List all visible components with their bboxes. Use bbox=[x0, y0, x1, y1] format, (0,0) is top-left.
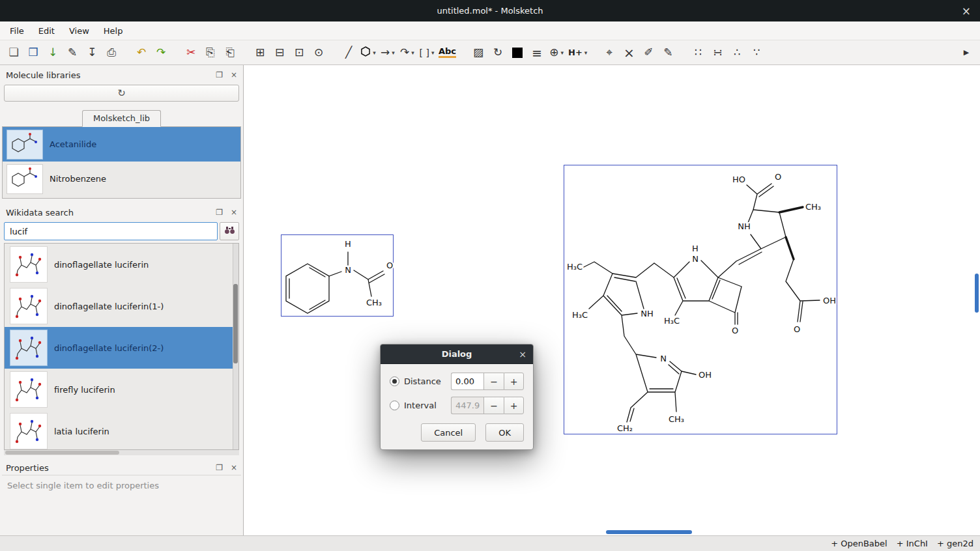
arrow-tool-button[interactable]: → ▾ bbox=[378, 43, 397, 63]
ok-button[interactable]: OK bbox=[485, 423, 524, 442]
atom-label: N bbox=[692, 254, 699, 264]
charge-tool-button[interactable]: ⊕ ▾ bbox=[547, 43, 566, 63]
status-inchi: + InChI bbox=[897, 539, 928, 548]
library-item[interactable]: Acetanilide bbox=[3, 127, 240, 162]
window-close-icon[interactable]: × bbox=[962, 0, 971, 21]
atom-label: O bbox=[732, 326, 738, 335]
refresh-library-button[interactable]: ↻ bbox=[4, 85, 239, 102]
save-button[interactable]: ↓ bbox=[43, 43, 63, 63]
flip-horizontal-button[interactable]: ✐ bbox=[639, 43, 658, 63]
close-dock-icon[interactable]: × bbox=[231, 208, 237, 217]
menu-help[interactable]: Help bbox=[96, 23, 130, 39]
atom-label: O bbox=[775, 172, 781, 182]
text-tool-button[interactable]: Abc bbox=[437, 43, 458, 63]
rotate-tool-button[interactable]: ↻ bbox=[488, 43, 508, 63]
library-item[interactable]: Nitrobenzene bbox=[3, 162, 240, 196]
toolbar-extension-button[interactable]: ▶ bbox=[957, 43, 976, 63]
dialog-window: Dialog × Distance − + Interval − + Cance… bbox=[380, 344, 534, 450]
paste-icon: ⎗ bbox=[225, 47, 235, 58]
atom-label: NH bbox=[738, 221, 751, 231]
interval-input[interactable] bbox=[451, 397, 483, 414]
atom-label: OH bbox=[823, 296, 836, 305]
distance-increment-button[interactable]: + bbox=[504, 373, 524, 390]
lone-pair-tool-2-button[interactable]: ∺ bbox=[708, 43, 727, 63]
lone-pair-tool-4-button[interactable]: ∵ bbox=[747, 43, 766, 63]
toolbar: ❏ ❒ ↓ ✎ ↧ ⎙ ↶ ↷ ✂ ⎘ ⎗ ⊞ ⊟ ⊡ ⊙ ╱ ▾ → ▾ ↷ … bbox=[0, 40, 980, 65]
tab-molsketch-lib[interactable]: Molsketch_lib bbox=[82, 110, 161, 127]
molecule-library-list: Acetanilide Nitrobenzene bbox=[2, 127, 241, 199]
close-dock-icon[interactable]: × bbox=[231, 70, 237, 79]
undo-icon: ↶ bbox=[137, 47, 146, 58]
paste-button[interactable]: ⎗ bbox=[220, 43, 240, 63]
new-file-button[interactable]: ❏ bbox=[4, 43, 23, 63]
print-button[interactable]: ⎙ bbox=[102, 43, 121, 63]
molecule-thumbnail bbox=[10, 371, 48, 408]
molecule-thumbnail bbox=[7, 130, 43, 160]
float-dock-icon[interactable]: ❐ bbox=[216, 70, 223, 79]
charge-icon: ⊕ bbox=[549, 47, 558, 58]
distance-input[interactable] bbox=[451, 373, 483, 390]
binoculars-icon bbox=[224, 226, 235, 236]
interval-increment-button[interactable]: + bbox=[504, 397, 524, 414]
menu-file[interactable]: File bbox=[3, 23, 31, 39]
export-button[interactable]: ↧ bbox=[82, 43, 102, 63]
zoom-out-button[interactable]: ⊟ bbox=[270, 43, 289, 63]
delete-tool-button[interactable]: × bbox=[619, 43, 639, 63]
hydrogen-tool-button[interactable]: H+ ▾ bbox=[566, 43, 589, 63]
bracket-tool-button[interactable]: [ ] ▾ bbox=[417, 43, 437, 63]
transform-tool-button[interactable]: ⌖ bbox=[599, 43, 619, 63]
canvas-vertical-scrollbar[interactable] bbox=[975, 274, 979, 313]
ring-tool-button[interactable]: ▾ bbox=[358, 43, 378, 63]
open-file-button[interactable]: ❒ bbox=[23, 43, 43, 63]
save-as-button[interactable]: ✎ bbox=[63, 43, 82, 63]
zoom-original-button[interactable]: ⊡ bbox=[289, 43, 309, 63]
list-horizontal-scrollbar-thumb[interactable] bbox=[5, 451, 119, 455]
menubar: File Edit View Help bbox=[0, 21, 980, 40]
selected-molecule-acetanilide[interactable]: H N O CH₃ bbox=[281, 234, 394, 317]
zoom-in-button[interactable]: ⊞ bbox=[250, 43, 270, 63]
wikidata-result-item[interactable]: dinoflagellate luciferin(2-) bbox=[5, 327, 238, 369]
list-vertical-scrollbar-thumb[interactable] bbox=[233, 284, 238, 363]
copy-button[interactable]: ⎘ bbox=[201, 43, 220, 63]
zoom-out-icon: ⊟ bbox=[275, 47, 284, 58]
canvas-horizontal-scrollbar[interactable] bbox=[606, 530, 692, 534]
wikidata-result-item[interactable]: firefly luciferin bbox=[5, 369, 238, 410]
wikidata-search-input[interactable] bbox=[4, 222, 218, 240]
close-dock-icon[interactable]: × bbox=[231, 463, 237, 472]
menu-edit[interactable]: Edit bbox=[31, 23, 62, 39]
float-dock-icon[interactable]: ❐ bbox=[216, 208, 223, 217]
color-picker-button[interactable] bbox=[508, 43, 527, 63]
atom-label: OH bbox=[699, 370, 712, 380]
distance-decrement-button[interactable]: − bbox=[483, 373, 504, 390]
interval-radio[interactable] bbox=[390, 401, 399, 410]
interval-decrement-button[interactable]: − bbox=[483, 397, 504, 414]
line-width-button[interactable]: ≡ bbox=[527, 43, 547, 63]
menu-view[interactable]: View bbox=[62, 23, 96, 39]
distance-radio[interactable] bbox=[390, 376, 399, 386]
wikidata-result-item[interactable]: latia luciferin bbox=[5, 410, 238, 450]
dialog-close-icon[interactable]: × bbox=[519, 345, 526, 364]
wikidata-search-button[interactable] bbox=[220, 222, 239, 240]
wedge-hash-tool-button[interactable]: ▨ bbox=[468, 43, 488, 63]
drawing-canvas[interactable]: H N O CH₃ HO O CH₃ NH OH O H N H₃C O bbox=[244, 65, 980, 535]
flip-vertical-icon: ✎ bbox=[663, 47, 672, 58]
cut-button[interactable]: ✂ bbox=[181, 43, 201, 63]
draw-bond-tool-button[interactable]: ╱ bbox=[339, 43, 358, 63]
zoom-fit-button[interactable]: ⊙ bbox=[309, 43, 328, 63]
dropdown-caret-icon: ▾ bbox=[431, 49, 435, 56]
redo-button[interactable]: ↷ bbox=[151, 43, 171, 63]
float-dock-icon[interactable]: ❐ bbox=[216, 463, 223, 472]
lone-pair-4-icon: ∵ bbox=[753, 47, 760, 58]
wikidata-result-item[interactable]: dinoflagellate luciferin(1-) bbox=[5, 285, 238, 327]
flip-vertical-button[interactable]: ✎ bbox=[658, 43, 678, 63]
undo-button[interactable]: ↶ bbox=[132, 43, 151, 63]
wikidata-result-item[interactable]: dinoflagellate luciferin bbox=[5, 244, 238, 285]
lone-pair-tool-3-button[interactable]: ∴ bbox=[727, 43, 747, 63]
lone-pair-tool-1-button[interactable]: ∷ bbox=[688, 43, 708, 63]
zoom-fit-icon: ⊙ bbox=[314, 47, 323, 58]
hash-wedge-icon: ▨ bbox=[473, 47, 483, 58]
cancel-button[interactable]: Cancel bbox=[421, 423, 476, 442]
curve-arrow-tool-button[interactable]: ↷ ▾ bbox=[397, 43, 417, 63]
selected-molecule-luciferin[interactable]: HO O CH₃ NH OH O H N H₃C O H₃C H₃C NH N … bbox=[564, 165, 837, 434]
titlebar: untitled.mol* - Molsketch × bbox=[0, 0, 980, 21]
